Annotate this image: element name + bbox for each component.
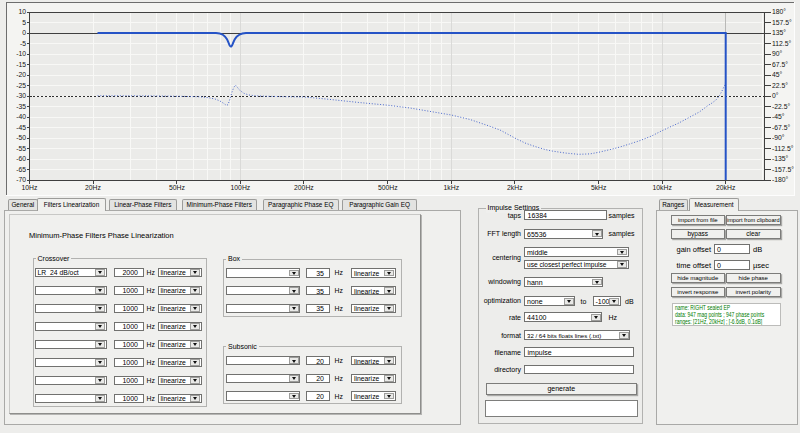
- svg-text:100Hz: 100Hz: [231, 184, 251, 191]
- svg-text:5: 5: [22, 19, 26, 26]
- svg-text:-90°: -90°: [772, 134, 785, 141]
- svg-text:-10: -10: [16, 50, 26, 57]
- svg-text:-22.5°: -22.5°: [772, 103, 790, 110]
- svg-text:-67.5°: -67.5°: [772, 124, 790, 131]
- svg-text:10: 10: [18, 8, 26, 15]
- svg-text:-45°: -45°: [772, 113, 785, 120]
- svg-text:-25: -25: [16, 82, 26, 89]
- svg-text:-157.5°: -157.5°: [772, 166, 794, 173]
- svg-text:-65: -65: [16, 166, 26, 173]
- svg-text:200Hz: 200Hz: [294, 184, 314, 191]
- svg-text:-55: -55: [16, 145, 26, 152]
- svg-text:-135°: -135°: [772, 155, 789, 162]
- svg-text:-30: -30: [16, 92, 26, 99]
- svg-text:180°: 180°: [772, 8, 786, 15]
- svg-text:-45: -45: [16, 124, 26, 131]
- svg-text:1kHz: 1kHz: [444, 184, 460, 191]
- svg-text:135°: 135°: [772, 29, 786, 36]
- svg-text:50Hz: 50Hz: [169, 184, 185, 191]
- svg-text:2kHz: 2kHz: [507, 184, 523, 191]
- svg-text:-20: -20: [16, 71, 26, 78]
- svg-text:500Hz: 500Hz: [378, 184, 398, 191]
- svg-text:10Hz: 10Hz: [22, 184, 38, 191]
- svg-text:10kHz: 10kHz: [653, 184, 673, 191]
- svg-text:-35: -35: [16, 103, 26, 110]
- svg-text:-50: -50: [16, 134, 26, 141]
- svg-text:20kHz: 20kHz: [716, 184, 736, 191]
- svg-text:22.5°: 22.5°: [772, 82, 788, 89]
- svg-text:5kHz: 5kHz: [591, 184, 607, 191]
- svg-text:-5: -5: [20, 40, 26, 47]
- svg-text:-15: -15: [16, 61, 26, 68]
- svg-text:-70: -70: [16, 176, 26, 183]
- svg-text:-112.5°: -112.5°: [772, 145, 794, 152]
- svg-text:0°: 0°: [772, 92, 779, 99]
- svg-text:157.5°: 157.5°: [772, 19, 792, 26]
- svg-text:-60: -60: [16, 155, 26, 162]
- svg-text:112.5°: 112.5°: [772, 40, 792, 47]
- svg-text:0: 0: [22, 29, 26, 36]
- svg-text:45°: 45°: [772, 71, 783, 78]
- svg-text:-40: -40: [16, 113, 26, 120]
- svg-text:20Hz: 20Hz: [85, 184, 101, 191]
- svg-text:-180°: -180°: [772, 176, 789, 183]
- svg-text:67.5°: 67.5°: [772, 61, 788, 68]
- svg-text:90°: 90°: [772, 50, 783, 57]
